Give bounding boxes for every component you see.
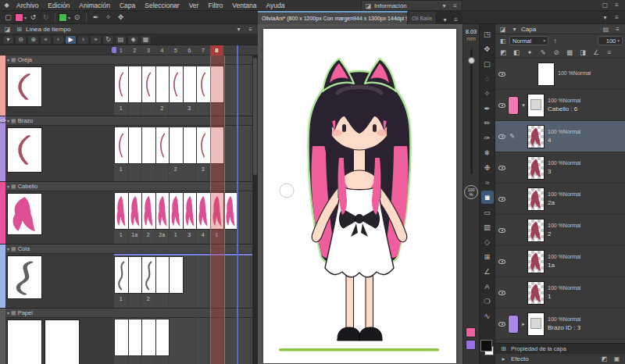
timeline-cell[interactable]: [169, 192, 184, 230]
track-header-papel[interactable]: ▾ ▦ Papel: [5, 309, 252, 318]
timeline-cell[interactable]: [196, 66, 211, 103]
layer-thumbnail[interactable]: [527, 125, 545, 148]
layer-effect-row[interactable]: ▸ Efecto ◩ ▣: [495, 354, 625, 364]
brush-tool[interactable]: ✑: [481, 131, 494, 145]
layer-row-2a[interactable]: 100 %Normal 2a: [495, 184, 625, 215]
track-header-cola[interactable]: ▾ ▦ Cola: [5, 244, 252, 254]
track-frames[interactable]: 11a22a1341: [114, 191, 252, 244]
track-header-cabello[interactable]: ▾ ▦ Cabello: [5, 182, 252, 191]
redo-button[interactable]: ↻: [40, 12, 52, 23]
frame-number-6[interactable]: 6: [183, 45, 197, 55]
layer-color-badge[interactable]: [508, 96, 519, 115]
timeline-cell[interactable]: [223, 192, 238, 230]
track-thumbnail[interactable]: [7, 66, 42, 107]
menu-animacion[interactable]: Animación: [74, 0, 115, 11]
canvas-area[interactable]: [258, 24, 462, 364]
expand-caret-icon[interactable]: ▾: [7, 246, 9, 252]
timeline-cell[interactable]: [114, 319, 129, 356]
expand-caret-icon[interactable]: ▾: [7, 184, 9, 189]
layer-visibility-toggle[interactable]: [497, 72, 507, 77]
canvas-page[interactable]: [263, 29, 456, 363]
collapse-icon[interactable]: ▾: [439, 1, 449, 10]
timeline-cell[interactable]: [169, 127, 184, 164]
gradient-tool[interactable]: ▥: [481, 220, 494, 234]
opacity-input[interactable]: 100 ▾: [598, 36, 623, 45]
selection-launcher-icon[interactable]: ▢: [2, 12, 14, 23]
frame-border-tool[interactable]: ⊞: [481, 250, 494, 263]
timeline-cell[interactable]: [183, 127, 198, 164]
info-panel-header[interactable]: ◪ Información ▾ ≡: [361, 0, 462, 11]
layers-tab-bar[interactable]: ◪ ▾ Capa ▤ ≡: [495, 24, 625, 34]
timeline-cell[interactable]: [141, 319, 156, 356]
frame-number-1[interactable]: 1: [114, 45, 128, 55]
next-frame-button[interactable]: ›: [77, 35, 89, 45]
track-frames[interactable]: 12: [114, 254, 252, 308]
timeline-list-dropdown[interactable]: ▾: [2, 35, 14, 45]
auto-select-tool[interactable]: ◌: [481, 72, 494, 85]
operation-tool[interactable]: ◳: [481, 27, 494, 41]
timeline-settings-button[interactable]: ▦: [140, 35, 152, 45]
timeline-cell[interactable]: [141, 66, 156, 103]
menu-ventana[interactable]: Ventana: [227, 0, 261, 11]
dropdown-icon[interactable]: ▾: [600, 12, 610, 22]
timeline-cell[interactable]: [114, 66, 129, 103]
expand-caret-icon[interactable]: ▾: [7, 118, 9, 123]
zoom-out-button[interactable]: ⊖: [15, 35, 27, 45]
app-menu-icon[interactable]: ≡: [612, 1, 622, 10]
play-button[interactable]: ▶: [65, 35, 77, 45]
layer-row-4[interactable]: ✎ 100 %Normal 4: [495, 121, 625, 152]
menu-seleccionar[interactable]: Seleccionar: [140, 0, 184, 11]
expand-caret-icon[interactable]: ▾: [7, 310, 9, 316]
move-layer-tool[interactable]: ✥: [481, 42, 494, 55]
layer-row-100-normal[interactable]: 100 %Normal: [495, 59, 625, 90]
timeline-cell[interactable]: [128, 256, 143, 294]
hand-quick-button[interactable]: ✥: [115, 12, 127, 23]
brush-size-slider[interactable]: [470, 49, 473, 174]
layer-visibility-toggle[interactable]: [497, 322, 507, 327]
timeline-cell[interactable]: [128, 66, 143, 103]
workspace-icon[interactable]: ▢: [600, 1, 610, 10]
prev-frame-button[interactable]: ‹: [52, 35, 64, 45]
panel-menu-icon[interactable]: ≡: [245, 24, 255, 34]
timeline-cell[interactable]: [155, 256, 170, 294]
main-color-swatch[interactable]: [480, 340, 492, 352]
layer-visibility-toggle[interactable]: [497, 228, 507, 233]
collapse-icon[interactable]: ▾: [509, 24, 520, 34]
layer-folder-cabello-6[interactable]: ▾ 100 %Normal Cabello : 6: [495, 90, 625, 121]
balloon-tool[interactable]: ❍: [481, 294, 494, 308]
frame-number-2[interactable]: 2: [128, 45, 142, 55]
zoom-dropdown-button[interactable]: ⊙: [71, 12, 83, 23]
selection-tool[interactable]: ▢: [481, 57, 494, 70]
timeline-cell[interactable]: [128, 192, 143, 230]
track-thumbnail[interactable]: [7, 255, 42, 299]
layer-visibility-toggle[interactable]: [497, 103, 507, 108]
color-swatch-purple[interactable]: [466, 340, 476, 350]
timeline-cell[interactable]: [128, 127, 143, 164]
color-swatch-pink[interactable]: [466, 327, 476, 337]
lock-alpha-icon[interactable]: ▩: [563, 48, 576, 58]
layer-thumbnail[interactable]: [527, 187, 545, 211]
pencil-tool[interactable]: ✏: [481, 116, 494, 130]
frame-number-4[interactable]: 4: [155, 45, 170, 55]
eyedropper-tool[interactable]: ✧: [481, 87, 494, 100]
layer-row-3[interactable]: 100 %Normal 3: [495, 152, 625, 184]
menu-ayuda[interactable]: Ayuda: [262, 0, 290, 11]
menu-archivo[interactable]: Archivo: [12, 0, 43, 11]
options-menu-icon[interactable]: ≡: [612, 12, 622, 22]
timeline-cell[interactable]: [210, 66, 225, 103]
eyedropper-quick-button[interactable]: ✧: [102, 12, 114, 23]
enable-mask-icon[interactable]: ◨: [577, 48, 589, 58]
panel-list-icon[interactable]: ▤: [601, 24, 611, 34]
timeline-scrollbar[interactable]: [252, 55, 258, 364]
timeline-cell[interactable]: [183, 192, 198, 230]
expand-caret-icon[interactable]: ▾: [7, 57, 9, 62]
timeline-cell[interactable]: [183, 66, 198, 103]
layer-row-2[interactable]: 100 %Normal 2: [495, 215, 625, 246]
layer-visibility-toggle[interactable]: [497, 259, 507, 264]
folder-thumbnail[interactable]: [527, 94, 545, 117]
frame-number-5[interactable]: 5: [169, 45, 183, 55]
layer-visibility-toggle[interactable]: [497, 291, 507, 295]
undo-button[interactable]: ↺: [27, 12, 39, 23]
timeline-cell[interactable]: [155, 66, 170, 103]
menu-filtro[interactable]: Filtro: [203, 0, 227, 11]
